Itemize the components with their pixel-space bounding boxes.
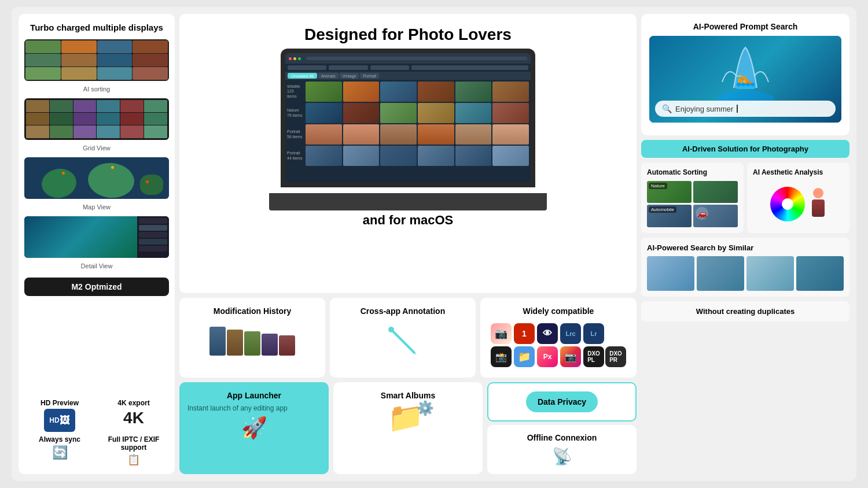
hero-title: Designed for Photo Lovers xyxy=(304,25,512,44)
main-container: Turbo charged multiple displays AI sorti… xyxy=(12,7,856,481)
ai-driven-badge: AI-Driven Solution for Photography xyxy=(641,140,849,158)
widely-compatible-card: Widely compatible 📷 1 👁 Lrc Lr 📸 📁 Px 📷 … xyxy=(480,298,637,378)
laptop-screen: Unsealed All Animals Vintage Portrait Wi… xyxy=(285,53,531,183)
offline-card: Offline Connexion 📡 xyxy=(487,425,637,474)
automobile-tag: Automobile xyxy=(649,206,676,213)
offline-title: Offline Connexion xyxy=(527,433,597,442)
data-privacy-button[interactable]: Data Privacy xyxy=(526,391,598,412)
compat-icons-grid: 📷 1 👁 Lrc Lr 📸 📁 Px 📷 DXOPL DXOPR xyxy=(488,321,628,369)
ai-aesthetic-card: AI Aesthetic Analysis xyxy=(747,162,849,233)
always-sync-label: Always sync xyxy=(39,435,80,443)
laptop-mockup: Unsealed All Animals Vintage Portrait Wi… xyxy=(269,49,547,210)
map-view-label: Map View xyxy=(24,204,169,210)
iptc-exif-feature: Full IPTC / EXIF support 📋 xyxy=(98,435,169,466)
detail-view-label: Detail View xyxy=(24,263,169,269)
mod-history-visual xyxy=(187,321,317,361)
folder-icon: 📁 xyxy=(514,346,535,367)
search-similar-card: AI-Powered Search by Similar xyxy=(641,238,849,297)
data-privacy-card: Data Privacy xyxy=(487,382,637,422)
exif-icon: 📋 xyxy=(127,453,140,466)
search-magnifier-icon: 🔍 xyxy=(662,104,672,113)
ai-search-image: 🏊 🔍 Enjoying summer xyxy=(649,36,841,123)
cross-app-card: Cross-app Annotation xyxy=(330,298,476,378)
aesthetic-visual xyxy=(753,181,844,227)
one-icon: 1 xyxy=(514,323,535,344)
auto-tag-cell: Automobile xyxy=(647,205,692,227)
hd-preview-label: HD Preview xyxy=(41,399,79,407)
instagram-icon: 📷 xyxy=(560,346,581,367)
map-view-screenshot xyxy=(24,157,169,199)
similar-photo-2 xyxy=(697,256,744,291)
cam-icon: 📸 xyxy=(491,346,512,367)
app-launcher-title: App Launcher xyxy=(187,390,321,401)
iptc-exif-label: Full IPTC / EXIF support xyxy=(98,435,169,452)
lr-icon: Lr xyxy=(583,323,604,344)
grid-view-label: Grid View xyxy=(24,145,169,151)
screen-content: Wildlife123 items Nature76 items xyxy=(285,80,531,168)
wifi-icon: 📡 xyxy=(552,447,572,466)
search-similar-photos xyxy=(647,256,844,291)
app-launcher-card: App Launcher Instant launch of any editi… xyxy=(179,382,329,474)
laptop-body: Unsealed All Animals Vintage Portrait Wi… xyxy=(281,49,535,187)
cross-app-title: Cross-app Annotation xyxy=(338,306,468,316)
screen-toolbar xyxy=(285,64,531,72)
hd-preview-feature: HD Preview HD 🖼 xyxy=(24,399,95,432)
similar-photo-1 xyxy=(647,256,694,291)
smart-albums-visual: 📁 ⚙️ xyxy=(388,403,428,438)
hero-section: Designed for Photo Lovers xyxy=(179,14,637,293)
ai-aesthetic-title: AI Aesthetic Analysis xyxy=(753,168,844,178)
ai-sorting-label: AI sorting xyxy=(24,86,169,93)
middle-column: Designed for Photo Lovers xyxy=(179,14,637,474)
nature-tag-cell: Nature xyxy=(647,181,692,204)
lrc-icon: Lrc xyxy=(560,323,581,344)
dxo-pl-icon: DXOPL xyxy=(583,346,604,367)
ai-search-input-bar[interactable]: 🔍 Enjoying summer xyxy=(655,101,836,117)
widely-compatible-title: Widely compatible xyxy=(488,306,628,316)
screen-header xyxy=(285,53,531,64)
4k-export-feature: 4K export 4K xyxy=(98,399,169,432)
hero-subtitle: and for macOS xyxy=(363,213,453,228)
eye-icon: 👁 xyxy=(537,323,558,344)
person-silhouette-icon xyxy=(810,188,827,220)
left-column: Turbo charged multiple displays AI sorti… xyxy=(19,14,175,474)
mod-history-title: Modification History xyxy=(187,306,317,316)
nature-tag: Nature xyxy=(649,183,667,189)
app-launcher-subtitle: Instant launch of any editing app xyxy=(187,404,321,412)
no-duplicates-badge: Without creating duplicates xyxy=(641,301,849,321)
dxo-pr-icon: DXOPR xyxy=(605,346,626,367)
history-photos xyxy=(209,327,295,356)
privacy-offline-col: Data Privacy Offline Connexion 📡 xyxy=(487,382,637,474)
ai-features-grid: Automatic Sorting Nature Automobile 🚗 xyxy=(641,162,849,233)
sync-icon: 🔄 xyxy=(52,445,68,460)
hd-icon: HD 🖼 xyxy=(44,409,75,432)
search-similar-title: AI-Powered Search by Similar xyxy=(647,243,844,253)
cursor-blink xyxy=(737,105,738,113)
auto-sort-grid: Nature Automobile 🚗 xyxy=(647,181,738,227)
similar-photo-4 xyxy=(796,256,844,291)
smart-albums-title: Smart Albums xyxy=(381,390,435,401)
auto2-cell: 🚗 xyxy=(693,205,738,227)
always-sync-feature: Always sync 🔄 xyxy=(24,435,95,466)
color-wheel-center xyxy=(782,198,793,210)
grid-view-screenshot xyxy=(24,98,169,140)
person-body xyxy=(812,199,825,217)
m2-badge: M2 Optmized xyxy=(24,278,169,296)
features-grid: Modification History Cross-app Annotatio… xyxy=(179,298,637,378)
detail-view-screenshot xyxy=(24,216,169,258)
car-emoji: 🚗 xyxy=(696,207,708,220)
4k-export-label: 4K export xyxy=(117,399,149,407)
similar-photo-3 xyxy=(746,256,794,291)
color-wheel-icon xyxy=(770,187,805,221)
pixelmator-icon: Px xyxy=(537,346,558,367)
svg-marker-1 xyxy=(411,350,417,356)
svg-line-0 xyxy=(391,330,414,353)
automatic-sorting-title: Automatic Sorting xyxy=(647,168,738,178)
person-head xyxy=(813,188,823,198)
photos-icon: 📷 xyxy=(491,323,512,344)
ai-search-title: AI-Powered Prompt Search xyxy=(649,22,841,31)
ai-search-card: AI-Powered Prompt Search 🏊 🔍 xyxy=(641,14,849,135)
ai-sorting-screenshot xyxy=(24,39,169,81)
laptop-base xyxy=(269,193,547,210)
search-input-text[interactable]: Enjoying summer xyxy=(675,105,733,113)
pen-annotation-icon xyxy=(380,324,426,358)
